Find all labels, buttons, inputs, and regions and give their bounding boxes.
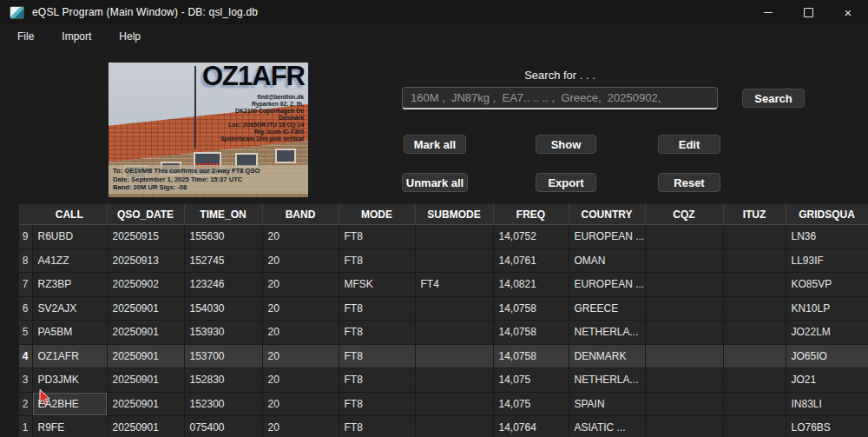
table-cell[interactable]: FT8	[339, 321, 415, 345]
table-cell[interactable]: OZ1AFR	[32, 344, 107, 368]
table-cell[interactable]: EUROPEAN ...	[569, 273, 645, 297]
table-cell[interactable]: 153930	[184, 321, 262, 345]
table-cell[interactable]: 20250901	[107, 321, 184, 345]
column-header-mode[interactable]: MODE	[339, 204, 415, 225]
table-cell[interactable]	[645, 296, 723, 321]
table-cell[interactable]: 20250901	[107, 368, 184, 393]
table-cell[interactable]: 14,075	[493, 392, 569, 416]
table-cell[interactable]: LL93IF	[786, 248, 868, 273]
table-row[interactable]: 4OZ1AFR2025090115370020FT814,0758DENMARK…	[19, 344, 868, 368]
mark-all-button[interactable]: Mark all	[404, 135, 466, 154]
table-cell[interactable]: FT8	[339, 416, 415, 437]
table-cell[interactable]: FT8	[339, 248, 415, 273]
table-cell[interactable]: 14,0758	[493, 321, 569, 345]
column-header-ituz[interactable]: ITUZ	[723, 204, 786, 225]
table-cell[interactable]: ASIATIC ...	[569, 416, 645, 437]
column-header-freq[interactable]: FREQ	[493, 204, 569, 225]
table-cell[interactable]	[415, 321, 493, 345]
maximize-button[interactable]	[788, 0, 828, 24]
table-cell[interactable]: 20	[262, 248, 339, 273]
table-cell[interactable]: 14,0821	[493, 273, 569, 297]
table-row[interactable]: 2EA2BHE2025090115230020FT814,075SPAININ8…	[19, 392, 868, 416]
table-cell[interactable]: 20250901	[107, 344, 184, 368]
table-cell[interactable]: GREECE	[569, 296, 645, 321]
row-number[interactable]: 7	[19, 273, 32, 297]
row-number[interactable]: 5	[19, 321, 32, 345]
row-number[interactable]: 9	[19, 225, 32, 249]
table-cell[interactable]: 20	[262, 416, 339, 437]
table-row[interactable]: 3PD3JMK2025090115283020FT814,075NETHERLA…	[19, 368, 868, 393]
table-cell[interactable]	[415, 368, 493, 393]
table-cell[interactable]	[645, 368, 723, 393]
table-cell[interactable]: 20250901	[107, 392, 184, 416]
table-cell[interactable]: 075400	[184, 416, 262, 437]
table-cell[interactable]: 14,0764	[493, 416, 569, 437]
table-cell[interactable]: 155630	[184, 225, 262, 249]
table-cell[interactable]: JO65IO	[786, 344, 868, 368]
table-cell[interactable]: 123246	[184, 273, 262, 297]
table-cell[interactable]: 154030	[184, 296, 262, 321]
table-cell[interactable]: FT8	[339, 344, 415, 368]
table-cell[interactable]: IN83LI	[786, 392, 868, 416]
table-cell[interactable]: 20	[262, 392, 339, 416]
column-header-band[interactable]: BAND	[262, 204, 339, 225]
column-header-cqz[interactable]: CQZ	[645, 204, 723, 225]
table-row[interactable]: 8A41ZZ2025091315274520FT814,0761OMANLL93…	[19, 248, 868, 273]
menu-item-help[interactable]: Help	[105, 26, 155, 47]
table-cell[interactable]: 20250901	[107, 296, 184, 321]
table-cell[interactable]: NETHERLA...	[569, 368, 645, 393]
minimize-button[interactable]	[748, 0, 788, 24]
table-cell[interactable]: EA2BHE	[32, 392, 107, 416]
table-cell[interactable]: 20250901	[107, 416, 184, 437]
table-cell[interactable]: 14,0758	[493, 296, 569, 321]
row-number[interactable]: 8	[19, 248, 32, 273]
table-cell[interactable]: 14,075	[493, 368, 569, 393]
table-row[interactable]: 7RZ3BP2025090212324620MFSKFT414,0821EURO…	[19, 273, 868, 297]
column-header-gridsqua[interactable]: GRIDSQUA	[786, 204, 868, 225]
menu-item-file[interactable]: File	[3, 26, 48, 47]
table-cell[interactable]: LN36	[786, 225, 868, 249]
table-cell[interactable]	[645, 225, 723, 249]
table-cell[interactable]: 20250913	[107, 248, 184, 273]
table-cell[interactable]	[723, 321, 786, 345]
table-cell[interactable]: JO22LM	[786, 321, 868, 345]
table-cell[interactable]	[723, 225, 786, 249]
table-cell[interactable]: EUROPEAN ...	[569, 225, 645, 249]
column-header-country[interactable]: COUNTRY	[569, 204, 645, 225]
table-cell[interactable]: DENMARK	[569, 344, 645, 368]
table-cell[interactable]: RZ3BP	[32, 273, 107, 297]
edit-button[interactable]: Edit	[658, 135, 720, 154]
table-cell[interactable]: FT8	[339, 296, 415, 321]
menu-item-import[interactable]: Import	[48, 26, 105, 47]
table-cell[interactable]: SPAIN	[569, 392, 645, 416]
table-cell[interactable]	[645, 273, 723, 297]
table-cell[interactable]	[415, 392, 493, 416]
search-button[interactable]: Search	[742, 89, 805, 108]
table-cell[interactable]	[645, 416, 723, 437]
table-cell[interactable]	[723, 392, 786, 416]
table-cell[interactable]: FT8	[339, 368, 415, 393]
table-row[interactable]: 6SV2AJX2025090115403020FT814,0758GREECEK…	[19, 296, 868, 321]
table-cell[interactable]: A41ZZ	[32, 248, 107, 273]
table-cell[interactable]: 14,0752	[493, 225, 569, 249]
table-cell[interactable]	[723, 344, 786, 368]
show-button[interactable]: Show	[536, 135, 596, 154]
table-cell[interactable]: R6UBD	[32, 225, 107, 249]
table-cell[interactable]	[415, 416, 493, 437]
table-cell[interactable]	[645, 321, 723, 345]
table-cell[interactable]: LO76BS	[786, 416, 868, 437]
table-cell[interactable]: FT8	[339, 225, 415, 249]
table-row[interactable]: 5PA5BM2025090115393020FT814,0758NETHERLA…	[19, 321, 868, 345]
table-cell[interactable]: NETHERLA...	[569, 321, 645, 345]
table-cell[interactable]: 153700	[184, 344, 262, 368]
table-cell[interactable]	[723, 273, 786, 297]
table-cell[interactable]: FT8	[339, 392, 415, 416]
table-cell[interactable]	[415, 248, 493, 273]
row-number[interactable]: 6	[19, 296, 32, 321]
table-cell[interactable]	[723, 368, 786, 393]
table-row[interactable]: 1R9FE2025090107540020FT814,0764ASIATIC .…	[19, 416, 868, 437]
table-cell[interactable]: OMAN	[569, 248, 645, 273]
table-cell[interactable]: SV2AJX	[32, 296, 107, 321]
close-button[interactable]: ×	[828, 0, 868, 24]
table-cell[interactable]: R9FE	[32, 416, 107, 437]
